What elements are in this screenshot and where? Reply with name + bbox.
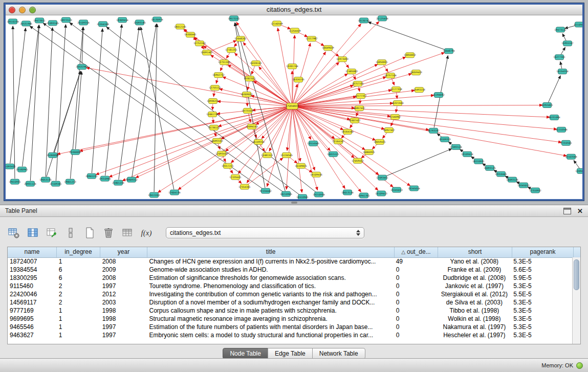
- table-cell[interactable]: 1997: [100, 323, 147, 331]
- citation-network-graph[interactable]: 1851023420531946194738112109314518973123…: [6, 15, 582, 199]
- zoom-window-button[interactable]: [29, 7, 36, 13]
- new-table-button[interactable]: [83, 226, 96, 239]
- table-cell[interactable]: 0: [394, 282, 438, 290]
- table-cell[interactable]: Investigating the contribution of common…: [147, 290, 394, 298]
- table-cell[interactable]: Jankovic et al. (1997): [437, 282, 511, 290]
- table-row[interactable]: 1830029562008Estimation of significance …: [8, 274, 573, 282]
- vertical-scrollbar[interactable]: [572, 257, 580, 344]
- table-cell[interactable]: Disruption of a novel member of a sodium…: [147, 298, 394, 307]
- column-header-title[interactable]: title: [147, 247, 395, 257]
- table-cell[interactable]: 9777169: [8, 307, 57, 315]
- table-row[interactable]: 946362711997Embryonic stem cells: a mode…: [8, 331, 573, 339]
- delete-table-button[interactable]: [102, 226, 115, 239]
- table-cell[interactable]: 1: [57, 257, 100, 266]
- table-cell[interactable]: Estimation of significance thresholds fo…: [147, 274, 394, 282]
- table-cell[interactable]: 9465546: [8, 323, 57, 331]
- table-cell[interactable]: Yano et al. (2008): [437, 257, 511, 266]
- table-cell[interactable]: Nakamura et al. (1997): [437, 323, 511, 331]
- table-cell[interactable]: 0: [394, 290, 438, 298]
- tab-edge-table[interactable]: Edge Table: [268, 348, 313, 359]
- close-panel-icon[interactable]: ✕: [577, 208, 583, 214]
- scrollbar-thumb[interactable]: [574, 259, 579, 290]
- minimize-window-button[interactable]: [19, 7, 26, 13]
- table-cell[interactable]: 2: [57, 298, 100, 307]
- panel-splitter[interactable]: [0, 201, 588, 205]
- table-function-button[interactable]: [45, 226, 58, 239]
- tab-node-table[interactable]: Node Table: [223, 348, 268, 359]
- table-cell[interactable]: 5.3E-5: [511, 257, 573, 266]
- table-cell[interactable]: 2003: [100, 298, 147, 307]
- float-panel-icon[interactable]: [563, 208, 571, 214]
- table-cell[interactable]: 1997: [100, 282, 147, 290]
- table-cell[interactable]: 22420046: [8, 290, 57, 298]
- select-columns-button[interactable]: [26, 226, 39, 239]
- column-header-out_de[interactable]: △out_de...: [395, 247, 438, 257]
- table-cell[interactable]: Franke et al. (2009): [437, 266, 511, 274]
- table-cell[interactable]: Genome-wide association studies in ADHD.: [147, 266, 394, 274]
- table-cell[interactable]: 1997: [100, 331, 147, 339]
- splitter-handle-icon[interactable]: [291, 202, 297, 204]
- table-cell[interactable]: 5.3E-5: [511, 315, 573, 323]
- close-window-button[interactable]: [9, 7, 15, 13]
- table-cell[interactable]: 2008: [100, 257, 147, 266]
- table-cell[interactable]: 5.3E-5: [511, 323, 573, 331]
- table-cell[interactable]: 6: [57, 274, 100, 282]
- table-cell[interactable]: 0: [394, 274, 438, 282]
- table-cell[interactable]: 1998: [100, 307, 147, 315]
- table-cell[interactable]: de Silva et al. (2003): [437, 298, 511, 307]
- network-canvas[interactable]: 1851023420531946194738112109314518973123…: [6, 15, 582, 199]
- table-cell[interactable]: 0: [394, 266, 438, 274]
- table-settings-button[interactable]: [7, 226, 20, 239]
- table-row[interactable]: 2242004622012Investigating the contribut…: [8, 290, 573, 298]
- table-cell[interactable]: Tourette syndrome. Phenomenology and cla…: [147, 282, 394, 290]
- table-cell[interactable]: Wolkin et al. (1998): [437, 315, 511, 323]
- column-header-short[interactable]: short: [438, 247, 512, 257]
- table-cell[interactable]: 0: [394, 323, 438, 331]
- table-cell[interactable]: 2008: [100, 274, 147, 282]
- table-cell[interactable]: 1: [57, 307, 100, 315]
- table-cell[interactable]: 9463627: [8, 331, 57, 339]
- function-builder-button[interactable]: f(x): [140, 226, 153, 239]
- table-cell[interactable]: 6: [57, 266, 100, 274]
- table-cell[interactable]: Embryonic stem cells: a model to study s…: [147, 331, 394, 339]
- table-cell[interactable]: 1: [57, 331, 100, 339]
- table-row[interactable]: 946554611997Estimation of the future num…: [8, 323, 573, 331]
- table-cell[interactable]: Hescheler et al. (1997): [437, 331, 511, 339]
- import-table-button[interactable]: [121, 226, 134, 239]
- table-cell[interactable]: 9699695: [8, 315, 57, 323]
- table-cell[interactable]: 1: [57, 315, 100, 323]
- column-header-year[interactable]: year: [100, 247, 147, 257]
- table-cell[interactable]: 0: [394, 315, 438, 323]
- table-row[interactable]: 1872400712008Changes of HCN gene express…: [8, 257, 573, 266]
- table-cell[interactable]: Tibbo et al. (1998): [437, 307, 511, 315]
- table-cell[interactable]: 18724007: [8, 257, 57, 266]
- table-cell[interactable]: 5.6E-5: [511, 266, 573, 274]
- tab-network-table[interactable]: Network Table: [312, 348, 365, 359]
- table-cell[interactable]: 5.3E-5: [511, 298, 573, 307]
- column-header-in_degree[interactable]: in_degree: [57, 247, 100, 257]
- table-row[interactable]: 1938455462009Genome-wide association stu…: [8, 266, 573, 274]
- table-cell[interactable]: 5.3E-5: [511, 282, 573, 290]
- table-cell[interactable]: 5.3E-5: [511, 307, 573, 315]
- table-cell[interactable]: 2: [57, 290, 100, 298]
- table-cell[interactable]: 9115460: [8, 282, 57, 290]
- table-cell[interactable]: 2012: [100, 290, 147, 298]
- table-cell[interactable]: 1: [57, 323, 100, 331]
- table-row[interactable]: 977716911998Corpus callosum shape and si…: [8, 307, 573, 315]
- table-cell[interactable]: 19384554: [8, 266, 57, 274]
- table-cell[interactable]: 0: [394, 307, 438, 315]
- table-cell[interactable]: 5.9E-5: [511, 274, 573, 282]
- table-cell[interactable]: 5.5E-5: [511, 290, 573, 298]
- table-row[interactable]: 1456911722003Disruption of a novel membe…: [8, 298, 573, 307]
- table-cell[interactable]: Stergiakouli et al. (2012): [437, 290, 511, 298]
- table-row[interactable]: 911546021997Tourette syndrome. Phenomeno…: [8, 282, 573, 290]
- table-row[interactable]: 969969511998Structural magnetic resonanc…: [8, 315, 573, 323]
- table-cell[interactable]: 14569117: [8, 298, 57, 307]
- table-cell[interactable]: 18300295: [8, 274, 57, 282]
- table-cell[interactable]: 1998: [100, 315, 147, 323]
- table-cell[interactable]: 0: [394, 298, 438, 307]
- window-titlebar[interactable]: citations_edges.txt: [6, 5, 582, 15]
- table-cell[interactable]: 5.3E-5: [511, 331, 573, 339]
- table-cell[interactable]: 0: [394, 331, 438, 339]
- table-cell[interactable]: Changes of HCN gene expression and I(f) …: [147, 257, 394, 266]
